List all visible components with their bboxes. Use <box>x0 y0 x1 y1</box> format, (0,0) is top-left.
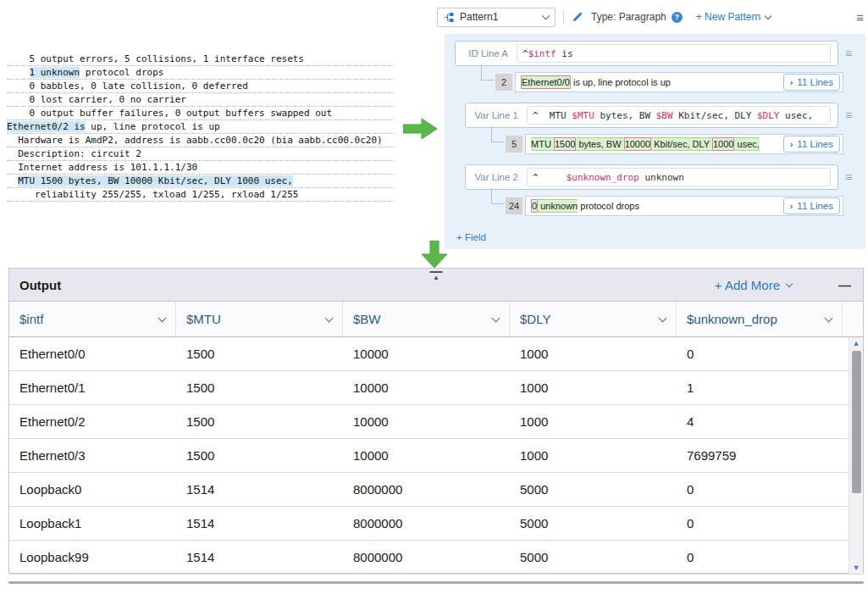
pattern-input[interactable]: ^$intf is <box>517 44 831 63</box>
output-title: Output <box>19 278 61 292</box>
arrow-right-icon <box>403 116 437 145</box>
horizontal-divider <box>8 581 864 584</box>
drag-handle-icon[interactable]: ≡ <box>842 47 855 60</box>
pattern-icon <box>444 12 455 23</box>
column-label: $MTU <box>186 312 221 326</box>
pattern-variable: $DLY <box>757 110 780 121</box>
match-segment: bytes, BW <box>576 137 623 151</box>
pattern-literal: unknown <box>639 172 684 183</box>
pattern-section: ID Line A^$intf is≡2Ethernet0/0 is up, l… <box>455 41 855 92</box>
chevron-down-icon[interactable] <box>659 314 667 322</box>
collapse-panel-button[interactable]: ▲ <box>430 271 443 281</box>
arrow-down-icon <box>422 241 447 271</box>
pattern-input[interactable]: ^ MTU $MTU bytes, BW $BW Kbit/sec, DLY $… <box>527 106 831 125</box>
pattern-sections: ID Line A^$intf is≡2Ethernet0/0 is up, l… <box>455 41 855 216</box>
match-segment: MTU <box>531 137 554 151</box>
column-header[interactable]: $intf <box>9 302 176 336</box>
chevron-down-icon[interactable] <box>492 314 500 322</box>
matched-text: 0 unknown protocol drops <box>531 199 777 213</box>
lines-expand-button[interactable]: ›11 Lines <box>783 197 840 214</box>
menu-icon[interactable]: ≡ <box>854 10 865 25</box>
minimize-button[interactable]: — <box>838 278 851 292</box>
highlighted-span: 1 unknown <box>30 67 80 78</box>
pattern-variable: $MTU <box>572 110 594 121</box>
chevron-down-icon[interactable] <box>325 314 334 322</box>
output-header-row: $intf$MTU$BW$DLY$unknown_drop <box>9 302 863 337</box>
matched-text: MTU 1500 bytes, BW 10000 Kbit/sec, DLY 1… <box>531 137 777 151</box>
add-field-link[interactable]: + Field <box>456 232 486 242</box>
source-line: reliability 255/255, txload 1/255, rxloa… <box>7 188 395 202</box>
edit-pattern-icon[interactable] <box>572 11 583 23</box>
new-pattern-label: + New Pattern <box>696 11 760 23</box>
table-cell: Ethernet0/0 <box>9 337 176 370</box>
line-number-badge: 5 <box>506 136 522 153</box>
table-cell: Loopback99 <box>9 541 176 574</box>
scrollbar-thumb[interactable] <box>852 351 861 493</box>
pattern-line-label: Var Line 2 <box>471 172 518 182</box>
table-cell: 1514 <box>176 473 343 506</box>
scroll-down-icon[interactable]: ▼ <box>853 562 860 574</box>
pattern-box: ID Line A^$intf is <box>455 41 838 66</box>
pattern-literal: Kbit/sec, DLY <box>673 110 757 121</box>
column-label: $unknown_drop <box>687 312 777 326</box>
help-icon[interactable]: ? <box>672 12 683 23</box>
chevron-down-icon[interactable] <box>825 314 833 322</box>
scroll-up-icon[interactable]: ▲ <box>853 337 860 349</box>
table-cell: 10000 <box>343 405 510 438</box>
table-cell: Ethernet0/2 <box>9 405 176 438</box>
source-line: Ethernet0/2 is up, line protocol is up <box>7 120 395 134</box>
match-preview: 240 unknown protocol drops›11 Lines <box>506 196 843 216</box>
source-line: Internet address is 101.1.1.1/30 <box>7 161 395 175</box>
source-line: 5 output errors, 5 collisions, 1 interfa… <box>7 53 395 66</box>
column-header[interactable]: $MTU <box>176 302 343 336</box>
connector-line <box>491 188 504 204</box>
pattern-literal: ^ <box>522 48 528 59</box>
column-header[interactable]: $BW <box>343 302 510 336</box>
collapse-bar <box>430 271 443 273</box>
chevron-right-icon: › <box>790 201 793 211</box>
table-cell: 1000 <box>510 439 677 472</box>
new-pattern-link[interactable]: + New Pattern <box>696 11 771 23</box>
table-cell: 1000 <box>510 371 677 404</box>
lines-expand-button[interactable]: ›11 Lines <box>783 74 840 91</box>
chevron-down-icon[interactable] <box>158 314 167 322</box>
table-cell: 4 <box>677 405 863 438</box>
drag-handle-icon[interactable]: ≡ <box>842 170 855 184</box>
pattern-box: Var Line 1^ MTU $MTU bytes, BW $BW Kbit/… <box>465 103 838 128</box>
lines-count-label: 11 Lines <box>797 201 833 211</box>
pattern-literal: ^ MTU <box>533 110 572 121</box>
table-row: Loopback11514800000050000 <box>9 507 863 541</box>
lines-expand-button[interactable]: ›11 Lines <box>783 136 840 153</box>
column-header[interactable]: $DLY <box>510 302 677 336</box>
header-end-cell <box>843 302 863 336</box>
connector-line <box>481 64 494 80</box>
table-cell: Loopback0 <box>9 473 176 506</box>
text-span: up, line protocol is up <box>86 121 220 132</box>
table-cell: 1000 <box>510 405 677 438</box>
table-cell: 1500 <box>176 439 343 472</box>
pattern-line-label: Var Line 1 <box>471 110 518 120</box>
drag-handle-icon[interactable]: ≡ <box>842 108 855 122</box>
match-segment: 1500 <box>554 137 576 151</box>
text-span: Internet address is 101.1.1.1/30 <box>7 162 197 173</box>
highlighted-span: Ethernet0/2 is <box>7 121 86 132</box>
table-cell: 1514 <box>176 541 343 574</box>
text-span: Description: circuit 2 <box>7 148 141 159</box>
table-row: Ethernet0/115001000010001 <box>9 371 863 405</box>
line-number-badge: 2 <box>495 74 512 91</box>
text-span <box>7 67 30 78</box>
pattern-input[interactable]: ^ $unknown_drop unknown <box>527 168 831 186</box>
add-more-button[interactable]: + Add More <box>715 278 792 292</box>
text-span: reliability 255/255, txload 1/255, rxloa… <box>7 189 298 200</box>
connector-line <box>491 126 504 142</box>
text-span: 5 output errors, 5 collisions, 1 interfa… <box>7 53 304 64</box>
table-row: Ethernet0/315001000010007699759 <box>9 439 863 473</box>
table-cell: 8000000 <box>343 507 510 540</box>
vertical-scrollbar[interactable]: ▲ ▼ <box>849 337 863 574</box>
column-header[interactable]: $unknown_drop <box>677 302 843 336</box>
pattern-row: Var Line 2^ $unknown_drop unknown≡ <box>465 164 855 190</box>
output-panel: Output ▲ + Add More — $intf$MTU$BW$DLY$u… <box>8 268 864 574</box>
table-cell: 0 <box>677 337 863 370</box>
match-segment: unknown <box>538 199 578 213</box>
pattern-select[interactable]: Pattern1 <box>437 8 556 27</box>
